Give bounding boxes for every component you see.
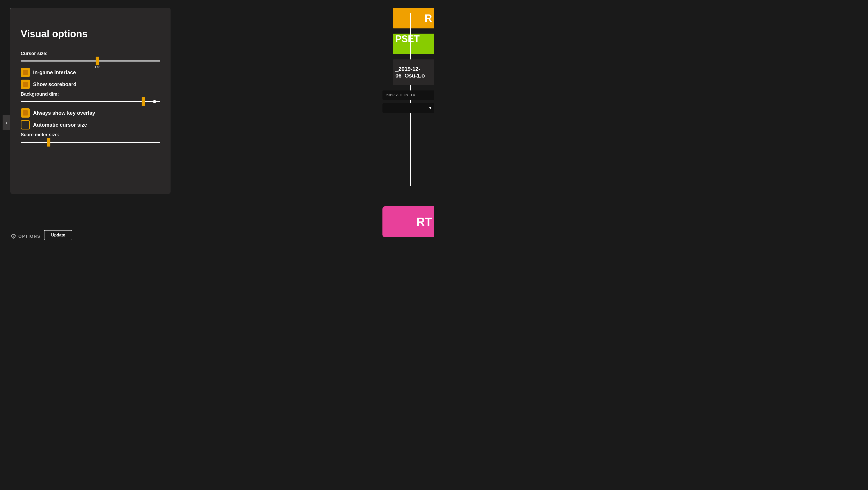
pset-text: PSET bbox=[393, 34, 420, 44]
key-overlay-checkbox-label: Always show key overlay bbox=[33, 110, 95, 116]
auto-cursor-checkbox[interactable] bbox=[21, 120, 30, 129]
scoreboard-checkbox-inner bbox=[23, 82, 28, 87]
ingame-checkbox-label: In-game interface bbox=[33, 69, 76, 75]
filename-dark-bar: _2019-12-06_Osu-1.o bbox=[393, 59, 434, 85]
dropdown-bar[interactable]: ▼ bbox=[382, 103, 434, 113]
green-bar: PSET bbox=[393, 34, 434, 54]
score-meter-thumb[interactable] bbox=[47, 138, 51, 147]
pink-button-text: RT bbox=[416, 215, 432, 229]
left-arrow[interactable]: ‹ bbox=[3, 115, 10, 130]
bg-dim-label: Background dim: bbox=[21, 91, 160, 97]
score-meter-label: Score meter size: bbox=[21, 132, 160, 137]
auto-cursor-checkbox-row: Automatic cursor size bbox=[21, 120, 160, 129]
key-overlay-checkbox-row: Always show key overlay bbox=[21, 108, 160, 118]
update-button[interactable]: Update bbox=[44, 230, 72, 240]
options-label: OPTIONS bbox=[18, 234, 40, 239]
scoreboard-checkbox-label: Show scoreboard bbox=[33, 82, 76, 87]
gear-icon: ⚙ bbox=[10, 232, 16, 240]
pink-button[interactable]: RT bbox=[382, 206, 434, 237]
dropdown-arrow-icon: ▼ bbox=[429, 106, 432, 110]
orange-bar: R bbox=[393, 8, 434, 28]
key-overlay-checkbox-inner bbox=[23, 110, 28, 116]
bg-dim-end-circle bbox=[153, 100, 156, 103]
bg-dim-thumb[interactable] bbox=[142, 97, 145, 106]
cursor-size-slider[interactable]: 1.68 bbox=[21, 60, 160, 62]
score-meter-track bbox=[21, 142, 160, 143]
bg-dim-track bbox=[21, 101, 160, 102]
scoreboard-checkbox[interactable] bbox=[21, 80, 30, 89]
filename-bar-text: _2019-12-06_Osu-1.o bbox=[384, 93, 415, 97]
auto-cursor-checkbox-label: Automatic cursor size bbox=[33, 122, 87, 128]
cursor-size-thumb[interactable] bbox=[96, 57, 99, 65]
bg-dim-slider[interactable] bbox=[21, 101, 160, 102]
ingame-checkbox[interactable] bbox=[21, 68, 30, 77]
title-divider bbox=[21, 45, 160, 45]
scoreboard-checkbox-row: Show scoreboard bbox=[21, 80, 160, 89]
ingame-checkbox-row: In-game interface bbox=[21, 68, 160, 77]
filename-text: _2019-12-06_Osu-1.o bbox=[395, 66, 434, 79]
ingame-checkbox-inner bbox=[23, 70, 28, 75]
cursor-size-value: 1.68 bbox=[95, 66, 100, 69]
main-panel: Visual options Cursor size: 1.68 In-game… bbox=[10, 8, 170, 194]
filename-bar: _2019-12-06_Osu-1.o bbox=[382, 90, 434, 100]
cursor-size-track: 1.68 bbox=[21, 60, 160, 62]
score-meter-slider[interactable] bbox=[21, 142, 160, 143]
orange-bar-text: R bbox=[425, 12, 432, 24]
cursor-size-label: Cursor size: bbox=[21, 51, 160, 56]
bottom-bar: ⚙ OPTIONS bbox=[10, 232, 40, 240]
page-title: Visual options bbox=[21, 28, 160, 39]
key-overlay-checkbox[interactable] bbox=[21, 108, 30, 118]
